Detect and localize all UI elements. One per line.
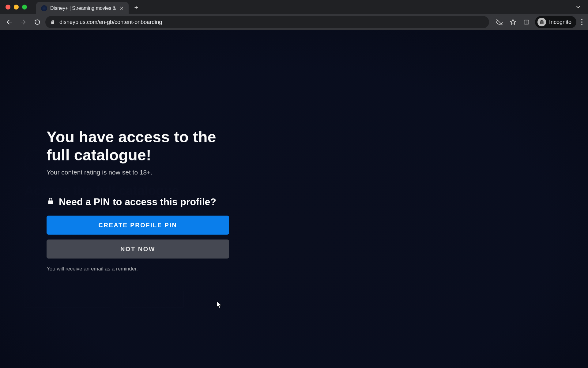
toolbar-right: Incognito (491, 16, 585, 28)
window-minimize-button[interactable] (14, 5, 19, 10)
nav-forward-button[interactable] (17, 16, 29, 28)
lock-icon (47, 196, 55, 208)
incognito-indicator[interactable]: Incognito (535, 16, 576, 28)
address-bar-url: disneyplus.com/en-gb/content-onboarding (59, 19, 484, 25)
incognito-icon (537, 18, 546, 26)
nav-reload-button[interactable] (31, 16, 43, 28)
new-tab-button[interactable]: + (134, 4, 138, 12)
window-maximize-button[interactable] (22, 5, 27, 10)
onboarding-modal: You have access to the full catalogue! Y… (47, 128, 229, 272)
nav-back-button[interactable] (3, 16, 15, 28)
tracking-off-icon[interactable] (493, 16, 506, 28)
svg-rect-4 (524, 20, 529, 24)
svg-point-6 (540, 22, 542, 24)
bookmark-star-icon[interactable] (507, 16, 519, 28)
window-controls (6, 5, 27, 10)
reminder-note: You will receive an email as a reminder. (47, 266, 229, 272)
modal-subtitle: Your content rating is now set to 18+. (47, 169, 229, 176)
svg-point-7 (542, 22, 544, 24)
window-close-button[interactable] (6, 5, 10, 10)
close-tab-icon[interactable]: ✕ (119, 5, 124, 12)
pin-heading: Need a PIN to access this profile? (59, 196, 216, 208)
not-now-button[interactable]: NOT NOW (47, 240, 229, 259)
tabs-dropdown-icon[interactable] (575, 4, 581, 10)
browser-menu-button[interactable] (579, 19, 585, 25)
address-bar[interactable]: disneyplus.com/en-gb/content-onboarding (45, 16, 489, 28)
tab-favicon (41, 5, 47, 11)
create-profile-pin-button[interactable]: CREATE PROFILE PIN (47, 216, 229, 235)
tab-title: Disney+ | Streaming movies & (50, 6, 116, 11)
incognito-label: Incognito (549, 19, 571, 25)
page-viewport: Disney+ Access the full catalogue You ha… (0, 30, 588, 368)
pin-heading-row: Need a PIN to access this profile? (47, 196, 229, 208)
modal-title: You have access to the full catalogue! (47, 128, 229, 164)
side-panel-icon[interactable] (520, 16, 533, 28)
lock-icon (50, 20, 56, 25)
browser-toolbar: disneyplus.com/en-gb/content-onboarding … (0, 14, 588, 30)
browser-tabstrip: Disney+ | Streaming movies & ✕ + (0, 0, 588, 14)
browser-tab[interactable]: Disney+ | Streaming movies & ✕ (36, 2, 129, 15)
svg-marker-3 (510, 19, 516, 25)
